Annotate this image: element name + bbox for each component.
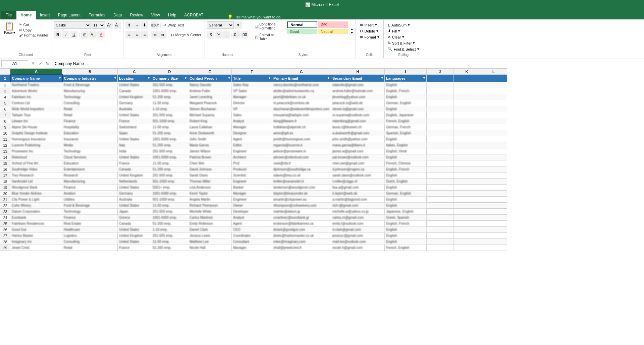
cell-8-10[interactable] [453, 118, 480, 124]
cell-17-7[interactable]: sarah.davis@outlook.com [331, 172, 384, 179]
cell-7-1[interactable]: Retail [62, 112, 118, 118]
cell-3-10[interactable] [453, 88, 480, 94]
cell-15-9[interactable] [426, 160, 453, 166]
cell-17-2[interactable]: United Kingdom [118, 172, 151, 179]
cell-18-5[interactable]: Engineer [232, 179, 272, 185]
col-header-e[interactable]: E [188, 69, 232, 75]
header-company-size[interactable]: Company Size ▾ [151, 75, 188, 82]
cell-12-8[interactable]: Italian, English [384, 142, 426, 148]
align-top-button[interactable]: ⬆ [125, 21, 133, 29]
orientation-button[interactable]: ab↗ [151, 21, 159, 29]
cell-8-3[interactable]: 501-1000 emp. [151, 118, 188, 124]
cell-5-2[interactable]: Germany [118, 100, 151, 106]
accounting-button[interactable]: $ [207, 31, 214, 39]
cell-23-9[interactable] [426, 209, 453, 215]
cell-18-8[interactable]: Dutch, English [384, 179, 426, 185]
merge-center-button[interactable]: ⊟ Merge & Center [170, 32, 203, 38]
sort-filter-button[interactable]: ⇅ Sort & Filter ▾ [386, 40, 417, 46]
cell-4-10[interactable] [453, 94, 480, 100]
align-center-button[interactable]: ≡ [133, 31, 141, 39]
cell-27-0[interactable]: Harbor Master [10, 233, 62, 239]
cell-8-7[interactable]: robertking@gmail.com [331, 118, 384, 124]
cell-9-5[interactable]: Manager [232, 124, 272, 130]
cell-10-9[interactable] [426, 130, 453, 136]
cell-16-10[interactable] [453, 166, 480, 172]
cell-24-5[interactable]: Analyst [232, 215, 272, 221]
cell-27-4[interactable]: Jessica Lewis [188, 233, 232, 239]
underline-button[interactable]: U [70, 31, 77, 39]
cell-28-1[interactable]: Consulting [62, 239, 118, 245]
cell-13-2[interactable]: India [118, 148, 151, 154]
cell-8-9[interactable] [426, 118, 453, 124]
cell-2-10[interactable] [453, 82, 480, 88]
cell-3-11[interactable] [480, 88, 507, 94]
cell-9-3[interactable]: 11-50 emp. [151, 124, 188, 130]
cell-28-6[interactable]: mlee@imaginary.com [272, 239, 331, 245]
cell-17-8[interactable]: English [384, 172, 426, 179]
cell-21-1[interactable]: Utilities [62, 197, 118, 203]
cell-2-7[interactable]: ndavolio@gmail.com [331, 82, 384, 88]
cell-10-8[interactable]: Spanish, English [384, 130, 426, 136]
cell-16-8[interactable]: English, French [384, 166, 426, 172]
clear-dropdown-icon[interactable]: ▾ [402, 35, 404, 39]
autosum-dropdown-icon[interactable]: ▾ [408, 23, 410, 27]
cell-11-5[interactable]: Agent [232, 136, 272, 142]
cell-21-7[interactable]: a.martin@bigpond.com [331, 197, 384, 203]
cell-25-6[interactable]: erobinson@fabrikamres.ca [272, 221, 331, 227]
cell-19-5[interactable]: Banker [232, 185, 272, 191]
cell-28-4[interactable]: Matthew Lee [188, 239, 232, 245]
number-format-select[interactable]: General [207, 21, 234, 29]
table-row[interactable]: 17Trey ResearchResearchUnited Kingdom201… [0, 172, 507, 179]
clear-button[interactable]: ✕ Clear ▾ [386, 34, 406, 40]
header-title[interactable]: Title ▾ [232, 75, 272, 82]
sort-dropdown-icon[interactable]: ▾ [413, 41, 415, 45]
decrease-font-button[interactable]: A↓ [114, 21, 121, 29]
header-primary-email[interactable]: Primary Email ▾ [272, 75, 331, 82]
cell-11-7[interactable]: john.smith@yahoo.com [331, 136, 384, 142]
tab-data[interactable]: Data [109, 11, 126, 19]
cell-7-9[interactable] [426, 112, 453, 118]
cell-26-4[interactable]: Daniel Clark [188, 227, 232, 233]
tab-insert[interactable]: Insert [36, 11, 54, 19]
cell-13-1[interactable]: Technology [62, 148, 118, 154]
align-bottom-button[interactable]: ⬇ [141, 21, 148, 29]
cell-4-8[interactable]: English [384, 94, 426, 100]
cell-15-6[interactable]: cwei@sfa.fr [272, 160, 331, 166]
paste-dropdown-icon[interactable]: ▾ [13, 31, 15, 34]
cell-20-10[interactable] [453, 191, 480, 197]
styles-more-button[interactable]: ▲▼ [350, 21, 354, 41]
cell-20-3[interactable]: 1001-5000 emp. [151, 191, 188, 197]
cell-8-1[interactable]: Finance [62, 118, 118, 124]
cell-14-1[interactable]: Cloud Services [62, 154, 118, 160]
cell-28-9[interactable] [426, 239, 453, 245]
cell-29-2[interactable]: France [118, 245, 151, 251]
cell-5-1[interactable]: Consulting [62, 100, 118, 106]
cell-4-3[interactable]: 51-200 emp. [151, 94, 188, 100]
cell-reference-box[interactable] [1, 60, 28, 67]
cell-14-6[interactable]: pbrown@relecloud.com [272, 154, 331, 160]
cell-23-7[interactable]: michelle.w@yahoo.co.jp [331, 209, 384, 215]
tell-me-input[interactable]: Tell me what you want to do [235, 15, 280, 19]
col-header-k[interactable]: K [453, 69, 480, 75]
cell-19-6[interactable]: landerson@woodgrove.com [272, 185, 331, 191]
cell-6-10[interactable] [453, 106, 480, 112]
cell-13-0[interactable]: Proseware Inc [10, 148, 62, 154]
cell-11-2[interactable]: United States [118, 136, 151, 142]
cell-24-8[interactable]: Greek, Spanish [384, 215, 426, 221]
cell-16-4[interactable]: David Johnson [188, 166, 232, 172]
cell-15-7[interactable]: chen.wei@gmail.com [331, 160, 384, 166]
cell-16-1[interactable]: Entertainment [62, 166, 118, 172]
table-row[interactable]: 2Northwind TradersFood & BeverageUnited … [0, 82, 507, 88]
cell-3-7[interactable]: andrew.fuller@hotmail.com [331, 88, 384, 94]
cell-17-6[interactable]: sdavis@trey.co.uk [272, 172, 331, 179]
tab-home[interactable]: Home [16, 11, 36, 19]
cell-3-1[interactable]: Manufacturing [62, 88, 118, 94]
cell-20-5[interactable]: Manager [232, 191, 272, 197]
filter-secondary-email[interactable]: ▾ [381, 76, 383, 80]
table-row[interactable]: 25Fabrikam ResidencesReal EstateCanada51… [0, 221, 507, 227]
paste-button[interactable]: 📋 Paste ▾ [2, 21, 17, 35]
cell-29-7[interactable]: nicole.h@gmail.com [331, 245, 384, 251]
cell-12-5[interactable]: Editor [232, 142, 272, 148]
cell-7-11[interactable] [480, 112, 507, 118]
cell-28-10[interactable] [453, 239, 480, 245]
